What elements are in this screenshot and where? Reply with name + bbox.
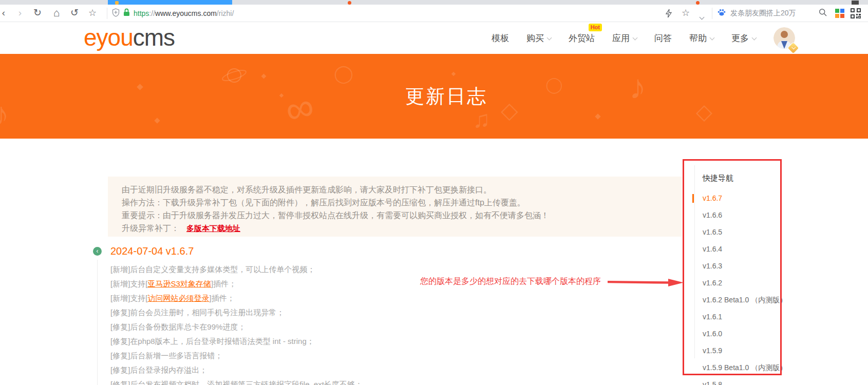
logo-text-dark: cms [133, 24, 175, 51]
nav-item-apps[interactable]: 应用 [612, 32, 637, 44]
quick-nav-item-v167[interactable]: v1.6.7 [703, 190, 787, 207]
site-header: eyoucms 模板 购买 外贸站Hot 应用 问答 帮助 更多 [0, 22, 868, 54]
nav-item-help[interactable]: 帮助 [689, 32, 714, 44]
url-host: www.eyoucms.com [155, 9, 217, 17]
tab-extension-icon [852, 1, 859, 5]
nav-item-buy[interactable]: 购买 [526, 32, 551, 44]
site-logo[interactable]: eyoucms [84, 24, 175, 51]
url-path: /rizhi/ [217, 9, 234, 17]
quick-nav-item-v165[interactable]: v1.6.5 [703, 224, 787, 241]
changelog-item: [修复]后台登录报内存溢出； [110, 363, 363, 377]
changelog-inline-link[interactable]: 访问网站必须登录 [148, 294, 210, 302]
history-icon[interactable]: ↺ [68, 5, 81, 22]
address-bar[interactable]: https://www.eyoucms.com/rizhi/ [112, 5, 234, 22]
nav-item-qa[interactable]: 问答 [654, 32, 672, 44]
flash-bolt-icon[interactable] [665, 9, 672, 20]
changelog-item: [修复]后台新增一些多语言报错； [110, 349, 363, 363]
nav-label: 应用 [612, 33, 630, 43]
tab-favicon [115, 1, 119, 5]
quick-nav-item-v166[interactable]: v1.6.6 [703, 207, 787, 224]
reload-icon[interactable]: ↻ [31, 5, 44, 22]
nav-item-more[interactable]: 更多 [731, 32, 756, 44]
page-title: 更新日志 [12, 84, 868, 109]
nav-label: 模板 [492, 33, 509, 43]
nav-item-templates[interactable]: 模板 [492, 32, 509, 44]
apps-grid-icon[interactable] [835, 9, 844, 18]
circle-deco-icon: ◯ [334, 63, 353, 84]
notice-box: 由于近期旧升级服务器不稳定，对系统升级及插件更新造成影响，请大家及时打下补丁包更… [108, 177, 682, 237]
quick-nav-item-v162beta[interactable]: v1.6.2 Beta1.0 （内测版） [703, 292, 787, 309]
nav-item-foreign-trade[interactable]: 外贸站Hot [569, 32, 595, 44]
nav-label: 问答 [654, 33, 672, 43]
quick-nav-list: v1.6.7 v1.6.6 v1.6.5 v1.6.4 v1.6.3 v1.6.… [703, 190, 787, 385]
square-deco [451, 72, 456, 76]
quick-nav-item-v159beta[interactable]: v1.5.9 Beta1.0 （内测版） [703, 359, 787, 376]
square-deco [595, 113, 600, 119]
changelog-inline-link[interactable]: 亚马逊S3对象存储 [148, 279, 211, 288]
home-icon[interactable]: ⌂ [50, 5, 63, 22]
url-text[interactable]: https://www.eyoucms.com/rizhi/ [134, 9, 234, 17]
hot-badge: Hot [589, 24, 602, 31]
quick-nav-item-v159[interactable]: v1.5.9 [703, 342, 787, 359]
changelog-item: [修复]前台会员注册时，相同手机号注册出现异常； [110, 305, 363, 320]
quick-nav-title: 快捷导航 [703, 172, 787, 184]
chevron-down-icon [752, 35, 757, 40]
toolbar-divider [712, 8, 712, 19]
hero-banner: ♪ ∞ ◯ ♫ ◇ ♪ ◇ ◯ 更新日志 [0, 54, 868, 139]
chevron-down-icon [633, 35, 638, 40]
quick-nav-item-v162[interactable]: v1.6.2 [703, 275, 787, 292]
toolbar-divider [107, 8, 107, 19]
tab-favicon-dot [696, 1, 700, 5]
quick-nav-item-v160[interactable]: v1.6.0 [703, 325, 787, 342]
favorite-star-icon[interactable]: ☆ [679, 5, 692, 22]
square-deco [154, 118, 160, 123]
quick-nav-item-v158[interactable]: v1.5.8 [703, 376, 787, 385]
bookmark-star-icon[interactable]: ☆ [86, 5, 99, 22]
patch-download-link[interactable]: 多版本下载地址 [186, 224, 240, 233]
search-icon[interactable] [819, 8, 827, 18]
hot-search-text[interactable]: 发条朋友圈搭上20万 [730, 9, 796, 18]
nav-label: 更多 [731, 33, 749, 43]
user-avatar[interactable] [773, 27, 795, 49]
shield-icon[interactable] [112, 8, 120, 19]
back-icon[interactable]: ‹ [0, 5, 10, 22]
tab-favicon-dot [348, 1, 351, 5]
nav-label: 购买 [526, 33, 544, 43]
forward-icon[interactable]: › [13, 5, 27, 22]
qr-code-icon[interactable] [851, 8, 861, 21]
changelog-list: [新增]后台自定义变量支持多媒体类型，可以上传单个视频； [新增]支持[亚马逊S… [110, 262, 363, 385]
quick-nav-item-v164[interactable]: v1.6.4 [703, 241, 787, 258]
browser-tab-strip[interactable] [0, 0, 868, 5]
main-nav: 模板 购买 外贸站Hot 应用 问答 帮助 更多 [492, 22, 756, 54]
paw-icon [717, 8, 726, 19]
browser-toolbar: ‹ › ↻ ⌂ ↺ ☆ https://www.eyoucms.com/rizh… [0, 5, 868, 22]
ssl-lock-icon[interactable] [123, 8, 130, 18]
patch-label: 升级异常补丁： [122, 224, 179, 233]
chevron-down-icon[interactable] [700, 12, 704, 21]
quick-nav-item-v163[interactable]: v1.6.3 [703, 258, 787, 275]
version-section-icon: ‹ [93, 247, 102, 256]
music-note-deco-icon: ♫ [473, 105, 490, 133]
timeline-line [97, 260, 98, 385]
square-deco [261, 74, 267, 79]
nav-label: 外贸站 [569, 33, 595, 43]
url-separator: :// [149, 9, 155, 17]
hot-search-box[interactable]: 发条朋友圈搭上20万 [717, 5, 827, 22]
chevron-down-icon [547, 35, 552, 40]
notice-line: 由于近期旧升级服务器不稳定，对系统升级及插件更新造成影响，请大家及时打下补丁包更… [122, 183, 682, 196]
changelog-item: [新增]支持[访问网站必须登录]插件； [110, 291, 363, 305]
annotation-arrow [608, 275, 685, 290]
chevron-down-icon [710, 35, 715, 40]
notice-line: 重要提示：由于升级服务器并发压力过大，暂停非授权站点在线升级，有需要可以购买商业… [122, 209, 682, 222]
notice-line: 操作方法：下载升级异常补丁包（见下面的附件），解压后找到对应版本号的压缩包，解压… [122, 196, 682, 209]
changelog-item: [新增]支持[亚马逊S3对象存储]插件； [110, 277, 363, 291]
annotation-text: 您的版本是多少的想对应的去下载哪个版本的程序 [420, 276, 601, 287]
quick-nav-item-v161[interactable]: v1.6.1 [703, 309, 787, 325]
nav-label: 帮助 [689, 33, 707, 43]
changelog-item: [修复]后台备份数据库总卡在99%进度； [110, 320, 363, 334]
active-tab[interactable] [108, 0, 232, 5]
notice-patch-line: 升级异常补丁：多版本下载地址 [122, 222, 682, 235]
quick-nav-line [694, 165, 695, 358]
quick-nav: 快捷导航 v1.6.7 v1.6.6 v1.6.5 v1.6.4 v1.6.3 … [703, 172, 787, 385]
changelog-item: [修复]后台发布视频文档时，添加视频第三方链接报字段file_ext长度不够； [110, 377, 363, 385]
